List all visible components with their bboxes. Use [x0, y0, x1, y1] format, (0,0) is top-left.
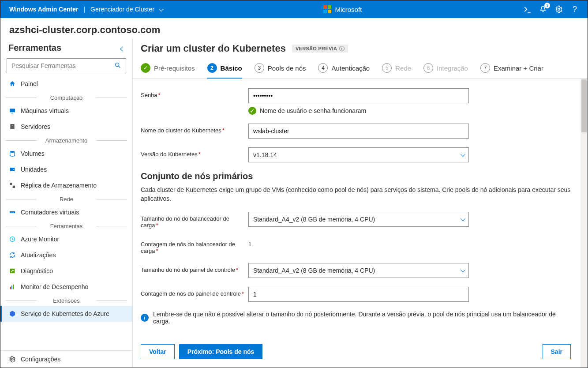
sidebar-item-azure-monitor[interactable]: Azure Monitor [0, 231, 132, 247]
collapse-sidebar-button[interactable] [121, 43, 124, 53]
sidebar-item-label: Diagnóstico [21, 267, 53, 274]
primary-pool-description: Cada cluster de Kubernetes exige um grup… [141, 186, 571, 203]
scrollbar[interactable] [581, 79, 588, 368]
label-kube-version: Versão do Kubernetes [141, 151, 198, 158]
sidebar-item-replica[interactable]: Réplica de Armazenamento [0, 177, 132, 193]
select-cp-size[interactable]: Standard_A4_v2 (8 GB de memória, 4 CPU) [248, 263, 469, 278]
cluster-host-title: azshci-cluster.corp.contoso.com [0, 18, 588, 38]
content-area: Criar um cluster do Kubernetes VERSÃO PR… [133, 38, 588, 368]
svg-point-4 [558, 8, 560, 11]
sidebar-item-label: Painel [21, 80, 38, 87]
sidebar-group-ferramentas: Ferramentas [0, 220, 132, 231]
notifications-icon[interactable]: 1 [539, 5, 547, 13]
svg-point-10 [10, 151, 15, 153]
brand-label: Microsoft [335, 6, 362, 13]
app-name[interactable]: Windows Admin Center [9, 6, 78, 13]
breadcrumb-cluster-manager[interactable]: Gerenciador de Cluster [90, 6, 162, 13]
step-rede[interactable]: 5Rede [382, 60, 411, 78]
sidebar-group-computacao: Computação [0, 92, 132, 103]
sidebar-group-armazenamento: Armazenamento [0, 135, 132, 146]
select-kube-version[interactable]: v1.18.14 [248, 147, 469, 162]
sidebar-group-rede: Rede [0, 193, 132, 204]
label-lb-count: Contagem de nós do balanceador de carga [141, 241, 235, 254]
label-cp-count: Contagem de nós do painel de controle [141, 290, 241, 297]
svg-point-12 [13, 169, 14, 170]
top-bar: Windows Admin Center | Gerenciador de Cl… [0, 0, 588, 18]
performance-icon [8, 283, 16, 291]
sidebar-item-atualizacoes[interactable]: Atualizações [0, 247, 132, 263]
page-title: Criar um cluster do Kubernetes [141, 43, 286, 54]
step-prerequisitos[interactable]: ✓Pré-requisitos [141, 60, 195, 78]
svg-rect-0 [323, 5, 327, 9]
drive-icon [8, 165, 16, 173]
sidebar-item-maquinas-virtuais[interactable]: Máquinas virtuais [0, 103, 132, 119]
volumes-icon [8, 150, 16, 158]
svg-rect-2 [323, 10, 327, 13]
label-cp-size: Tamanho do nó do painel de controle [141, 267, 235, 273]
step-pools[interactable]: 3Pools de nós [255, 60, 306, 78]
settings-icon[interactable] [555, 5, 563, 13]
svg-rect-18 [13, 212, 13, 212]
tools-title: Ferramentas [8, 43, 61, 53]
primary-pool-heading: Conjunto de nós primários [141, 171, 571, 181]
svg-point-9 [12, 125, 12, 126]
label-senha: Senha [141, 92, 157, 98]
server-icon [8, 123, 16, 131]
chevron-down-icon [461, 152, 465, 157]
sidebar-item-volumes[interactable]: Volumes [0, 146, 132, 161]
exit-button[interactable]: Sair [543, 344, 571, 359]
tools-search[interactable] [7, 58, 126, 73]
step-integracao[interactable]: 6Integração [423, 60, 468, 78]
sidebar-item-aks[interactable]: Serviço de Kubernetes do Azure [0, 306, 132, 322]
svg-rect-13 [10, 183, 12, 185]
svg-rect-21 [10, 287, 11, 289]
svg-rect-6 [10, 109, 15, 112]
select-lb-size[interactable]: Standard_A4_v2 (8 GB de memória, 4 CPU) [248, 212, 469, 227]
next-button[interactable]: Próximo: Pools de nós [179, 344, 263, 359]
input-cp-count[interactable] [248, 287, 469, 302]
svg-rect-1 [328, 5, 331, 9]
credentials-ok-message: ✓ Nome de usuário e senha funcionaram [248, 107, 469, 115]
input-senha[interactable] [248, 88, 469, 103]
sidebar-item-label: Comutadores virtuais [21, 209, 79, 216]
microsoft-logo-icon [323, 5, 331, 13]
replica-icon [8, 181, 16, 189]
sidebar-item-label: Servidores [21, 123, 50, 130]
back-button[interactable]: Voltar [141, 344, 175, 359]
svg-point-25 [11, 358, 13, 360]
search-icon [114, 62, 121, 70]
label-cluster-name: Nome do cluster do Kubernetes [141, 127, 221, 134]
sidebar-item-configuracoes[interactable]: Configurações [0, 350, 132, 368]
chevron-down-icon [461, 267, 465, 272]
svg-marker-24 [10, 311, 15, 316]
notification-badge: 1 [544, 3, 550, 8]
help-icon[interactable]: ? [571, 5, 579, 13]
sidebar-item-servidores[interactable]: Servidores [0, 119, 132, 135]
svg-rect-3 [328, 10, 331, 13]
wizard-steps: ✓Pré-requisitos 2Básico 3Pools de nós 4A… [133, 60, 588, 79]
input-cluster-name[interactable] [248, 124, 469, 139]
step-basico[interactable]: 2Básico [207, 60, 242, 78]
updates-icon [8, 251, 16, 259]
home-icon [8, 80, 16, 88]
sidebar-item-label: Monitor de Desempenho [21, 283, 88, 290]
sidebar-item-diagnostico[interactable]: Diagnóstico [0, 263, 132, 279]
tools-sidebar: Ferramentas Painel Computação [0, 38, 133, 368]
info-icon: i [141, 314, 149, 322]
sidebar-item-comutadores[interactable]: Comutadores virtuais [0, 204, 132, 220]
vm-icon [8, 107, 16, 115]
svg-rect-22 [11, 285, 12, 289]
svg-rect-7 [11, 113, 13, 113]
sidebar-item-unidades[interactable]: Unidades [0, 161, 132, 177]
step-examinar[interactable]: 7Examinar + Criar [480, 60, 543, 78]
sidebar-item-painel[interactable]: Painel [0, 76, 132, 92]
check-icon: ✓ [141, 63, 150, 73]
sidebar-item-monitor-desempenho[interactable]: Monitor de Desempenho [0, 279, 132, 295]
step-autenticacao[interactable]: 4Autenticação [318, 60, 370, 78]
kubernetes-icon [8, 310, 16, 318]
powershell-icon[interactable] [523, 5, 531, 13]
svg-rect-14 [13, 186, 15, 188]
svg-rect-8 [10, 124, 14, 129]
tools-search-input[interactable] [11, 62, 114, 69]
sidebar-item-label: Atualizações [21, 252, 56, 259]
